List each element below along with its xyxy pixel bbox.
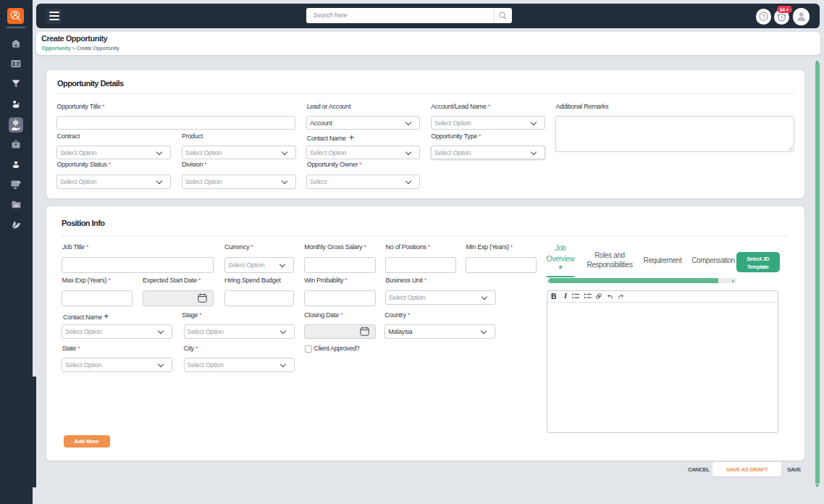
svg-text:?: ? bbox=[762, 13, 765, 20]
